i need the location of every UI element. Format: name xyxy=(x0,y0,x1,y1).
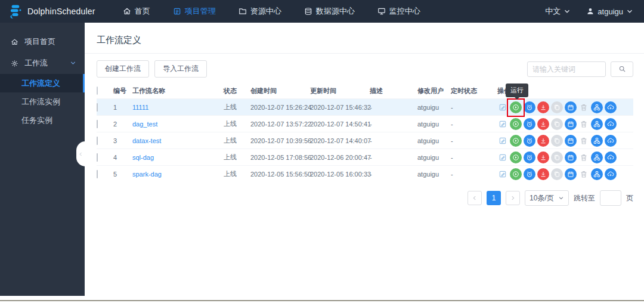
export-button[interactable] xyxy=(605,101,617,113)
copy-button[interactable] xyxy=(551,118,563,130)
workflow-name-link[interactable]: datax-test xyxy=(132,137,161,144)
cron-manage-button[interactable] xyxy=(565,118,577,130)
select-all-checkbox[interactable] xyxy=(97,86,98,95)
prev-page-button[interactable] xyxy=(467,191,482,205)
calendar-icon xyxy=(567,120,574,128)
timing-button[interactable] xyxy=(524,152,535,163)
timing-button[interactable] xyxy=(524,101,535,113)
sidebar-item-workflow[interactable]: 工作流 xyxy=(0,52,85,74)
edit-button[interactable] xyxy=(497,168,508,180)
tree-view-button[interactable] xyxy=(591,118,603,130)
run-button[interactable] xyxy=(510,118,522,130)
row-checkbox-cell xyxy=(97,154,113,161)
workflow-name-link[interactable]: 11111 xyxy=(132,104,148,111)
edit-button[interactable] xyxy=(497,118,508,130)
delete-button[interactable] xyxy=(578,118,589,130)
offline-button[interactable] xyxy=(537,118,549,130)
sidebar-subitem-label: 任务实例 xyxy=(21,115,52,126)
delete-button[interactable] xyxy=(578,135,589,147)
user-dropdown[interactable]: atguigu xyxy=(586,7,633,16)
page-size-select[interactable]: 10条/页 xyxy=(525,190,569,206)
row-update-time: 2020-12-07 15:46:32 xyxy=(310,104,370,111)
chevron-down-icon xyxy=(558,195,564,201)
sidebar-item-project-home[interactable]: 项目首页 xyxy=(0,31,85,52)
search-input[interactable] xyxy=(527,61,606,77)
create-workflow-button[interactable]: 创建工作流 xyxy=(97,60,149,78)
row-update-time: 2020-12-07 14:40:07 xyxy=(310,137,370,144)
offline-button[interactable] xyxy=(537,135,549,147)
cron-manage-button[interactable] xyxy=(565,152,577,163)
brand[interactable]: DolphinScheduler xyxy=(7,4,95,20)
tree-view-button[interactable] xyxy=(591,168,603,180)
page-bottom-divider xyxy=(0,300,644,301)
timing-button[interactable] xyxy=(524,168,535,180)
copy-button[interactable] xyxy=(551,152,563,163)
run-tooltip: 运行 xyxy=(506,84,528,97)
trash-icon xyxy=(580,153,588,162)
sidebar-item-workflow-instance[interactable]: 工作流实例 xyxy=(0,92,85,111)
run-button[interactable] xyxy=(510,101,522,113)
sidebar-subitem-label: 工作流定义 xyxy=(21,78,60,89)
workflow-name-link[interactable]: spark-dag xyxy=(132,171,162,178)
edit-button[interactable] xyxy=(497,101,508,113)
row-actions: 运行 xyxy=(497,101,633,113)
export-button[interactable] xyxy=(605,168,617,180)
sidebar-item-workflow-definition[interactable]: 工作流定义 xyxy=(0,74,85,92)
table-row: 5spark-dag上线2020-12-05 15:56:502020-12-0… xyxy=(97,165,633,182)
timing-button[interactable] xyxy=(524,135,535,147)
sidebar-collapse-handle[interactable] xyxy=(76,141,85,166)
gear-icon xyxy=(11,60,18,67)
row-checkbox[interactable] xyxy=(97,120,98,128)
jump-to-page-input[interactable] xyxy=(600,190,621,206)
copy-button[interactable] xyxy=(551,168,563,180)
page-number-active[interactable]: 1 xyxy=(487,191,501,205)
delete-button[interactable] xyxy=(578,168,589,180)
offline-button[interactable] xyxy=(537,168,549,180)
export-button[interactable] xyxy=(605,135,617,147)
export-button[interactable] xyxy=(605,152,617,163)
row-checkbox[interactable] xyxy=(97,103,98,112)
language-dropdown[interactable]: 中文 xyxy=(545,6,571,17)
nav-item-resource-center[interactable]: 资源中心 xyxy=(239,6,281,17)
export-button[interactable] xyxy=(605,118,617,130)
run-button[interactable] xyxy=(510,135,522,147)
tree-view-button[interactable] xyxy=(591,101,603,113)
delete-button[interactable] xyxy=(578,101,589,113)
delete-button[interactable] xyxy=(578,152,589,163)
table-row: 4sql-dag上线2020-12-05 17:08:562020-12-06 … xyxy=(97,149,633,165)
row-name-cell: datax-test xyxy=(132,137,224,144)
edit-button[interactable] xyxy=(497,152,508,163)
sidebar-item-task-instance[interactable]: 任务实例 xyxy=(0,111,85,129)
search-button[interactable] xyxy=(611,61,633,77)
edit-button[interactable] xyxy=(497,135,508,147)
cron-manage-button[interactable] xyxy=(565,135,577,147)
offline-button[interactable] xyxy=(537,152,549,163)
workflow-name-link[interactable]: dag_test xyxy=(132,120,157,128)
nav-item-monitor-center[interactable]: 监控中心 xyxy=(377,6,420,17)
run-button[interactable] xyxy=(510,168,522,180)
tree-view-button[interactable] xyxy=(591,135,603,147)
nav-item-home[interactable]: 首页 xyxy=(123,6,150,17)
copy-icon xyxy=(553,120,561,128)
cron-manage-button[interactable] xyxy=(565,168,577,180)
download-icon xyxy=(540,104,547,111)
nav-item-datasource-center[interactable]: 数据源中心 xyxy=(304,6,355,17)
import-workflow-button[interactable]: 导入工作流 xyxy=(154,60,207,78)
tree-view-button[interactable] xyxy=(591,152,603,163)
workflow-name-link[interactable]: sql-dag xyxy=(132,154,154,161)
row-description: - xyxy=(370,104,417,111)
cron-manage-button[interactable] xyxy=(565,101,577,113)
offline-button[interactable] xyxy=(537,101,549,113)
next-page-button[interactable] xyxy=(506,191,520,205)
row-checkbox[interactable] xyxy=(97,137,98,145)
workflow-table: 编号 工作流名称 状态 创建时间 更新时间 描述 修改用户 定时状态 操作 11… xyxy=(97,83,633,182)
chevron-right-icon xyxy=(510,195,516,201)
copy-button[interactable] xyxy=(551,135,563,147)
timing-button[interactable] xyxy=(524,118,535,130)
main-content: 工作流定义 创建工作流 导入工作流 编号 工作流名称 状态 创建时间 更新时间 … xyxy=(85,23,644,296)
row-checkbox[interactable] xyxy=(97,153,98,162)
row-checkbox[interactable] xyxy=(97,170,98,178)
run-button[interactable] xyxy=(510,152,522,163)
nav-item-project-management[interactable]: 项目管理 xyxy=(173,6,216,17)
copy-button[interactable] xyxy=(551,101,563,113)
